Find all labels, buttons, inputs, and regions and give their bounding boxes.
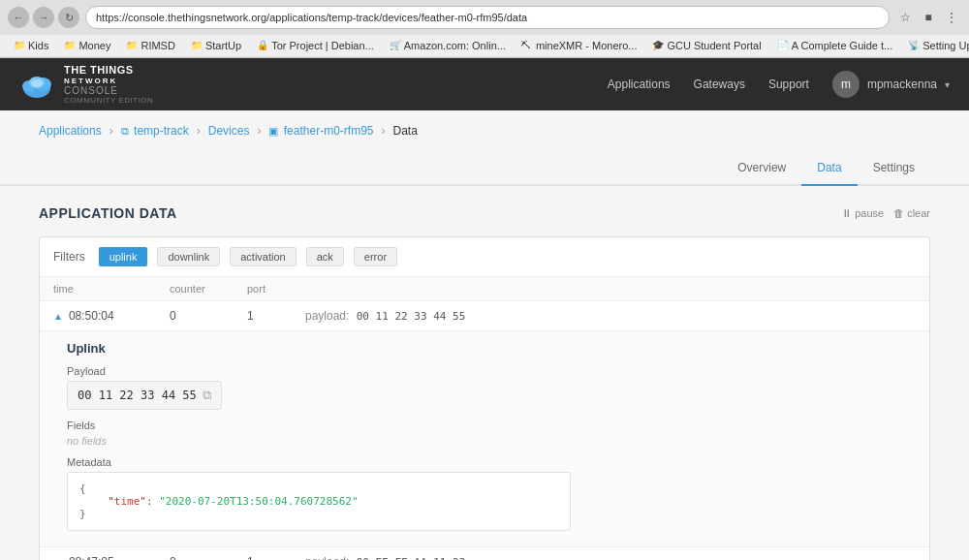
message-payload-preview-1: payload: 00 11 22 33 44 55 [305,309,916,323]
filter-ack[interactable]: ack [306,247,344,266]
avatar-initial: m [841,78,851,91]
metadata-brace-open-1: { [79,482,86,495]
tab-settings[interactable]: Settings [858,151,930,186]
bookmark-amazon-label: Amazon.com: Onlin... [404,40,506,51]
browser-chrome: ← → ↻ https://console.thethingsnetwork.o… [0,0,969,58]
copy-payload-button-1[interactable]: ⧉ [203,388,211,403]
section-header: APPLICATION DATA ⏸ pause 🗑 clear [39,205,930,221]
breadcrumb-device-name[interactable]: ▣ feather-m0-rfm95 [268,124,373,138]
bookmark-gcu[interactable]: 🎓 GCU Student Portal [646,38,766,53]
nav-support[interactable]: Support [768,78,809,91]
message-time-1: ▲ 08:50:04 [53,309,170,323]
tab-bar: Overview Data Settings [0,151,969,186]
payload-label-1: payload: [305,309,349,323]
filters-row: Filters uplink downlink activation ack e… [40,237,929,277]
browser-nav-buttons: ← → ↻ [8,7,79,28]
bookmark-money[interactable]: 📁 Money [58,38,116,53]
message-port-2: 1 [247,555,305,560]
app-icon: ⧉ [121,125,129,137]
bookmark-minexmr-label: mineXMR - Monero... [536,40,638,51]
message-detail-1: Uplink Payload 00 11 22 33 44 55 ⧉ Field… [40,330,929,546]
breadcrumb-applications[interactable]: Applications [39,124,102,138]
breadcrumb-sep-4: › [381,124,385,138]
username-label: mpmackenna [867,78,937,91]
bookmark-amazon[interactable]: 🛒 Amazon.com: Onlin... [384,38,512,53]
browser-actions: ☆ ■ ⋮ [895,8,961,27]
bookmark-kids[interactable]: 📁 Kids [8,38,54,53]
tab-data[interactable]: Data [801,151,857,186]
bookmark-startup-icon: 📁 [191,40,203,51]
bookmark-amazon-icon: 🛒 [390,40,401,51]
menu-button[interactable]: ⋮ [942,8,961,27]
bookmark-guide-label: A Complete Guide t... [792,40,893,51]
filters-label: Filters [53,250,85,264]
breadcrumb-temp-track: temp-track [134,124,189,138]
time-value-1: 08:50:04 [69,309,114,323]
message-time-2: ▲ 08:47:05 [53,555,170,560]
bookmark-rimsd[interactable]: 📁 RIMSD [120,38,180,53]
bookmark-star-button[interactable]: ☆ [895,8,915,27]
filter-uplink[interactable]: uplink [99,247,148,266]
bookmark-tor[interactable]: 🔒 Tor Project | Debian... [251,38,380,53]
browser-toolbar: ← → ↻ https://console.thethingsnetwork.o… [0,0,969,35]
breadcrumb-app-name[interactable]: ⧉ temp-track [121,124,189,138]
bookmark-guide-icon: 📄 [777,40,789,51]
logo-subtitle: CONSOLE [64,85,153,96]
clear-button[interactable]: 🗑 clear [893,207,930,219]
section-title: APPLICATION DATA [39,205,177,221]
bookmark-minexmr-icon: ⛏ [521,40,533,51]
filter-error[interactable]: error [354,247,397,266]
ttn-logo: THE THINGS NETWORK CONSOLE COMMUNITY EDI… [19,64,153,106]
bookmark-startup[interactable]: 📁 StartUp [185,38,247,53]
clear-icon: 🗑 [893,207,904,219]
url-bar[interactable]: https://console.thethingsnetwork.org/app… [85,6,890,29]
breadcrumb-current: Data [392,124,417,138]
bookmark-minexmr[interactable]: ⛏ mineXMR - Monero... [516,38,643,53]
time-value-2: 08:47:05 [69,555,114,560]
forward-button[interactable]: → [33,7,54,28]
data-scroll[interactable]: ▲ 08:50:04 0 1 payload: 00 11 22 33 44 5… [40,301,929,560]
breadcrumb-devices[interactable]: Devices [208,124,250,138]
expand-icon-1: ▲ [53,311,63,322]
col-time: time [53,283,170,295]
payload-label-2: payload: [305,555,349,560]
ttn-nav: Applications Gateways Support m mpmacken… [608,71,950,98]
bookmark-lora-icon: 📡 [908,40,920,51]
message-summary-1[interactable]: ▲ 08:50:04 0 1 payload: 00 11 22 33 44 5… [40,301,929,330]
tab-overview[interactable]: Overview [722,151,801,186]
bookmark-lora[interactable]: 📡 Setting Up a LoRa... [902,38,969,53]
payload-hex-1: 00 11 22 33 44 55 [357,310,466,323]
bookmark-guide[interactable]: 📄 A Complete Guide t... [771,38,899,53]
message-summary-2[interactable]: ▲ 08:47:05 0 1 payload: 00 EE FF AA 11 2… [40,547,929,560]
breadcrumb-feather: feather-m0-rfm95 [284,124,374,138]
clear-label: clear [907,207,930,219]
payload-box-value-1: 00 11 22 33 44 55 [78,389,197,402]
bookmark-gcu-icon: 🎓 [652,40,664,51]
metadata-key-1: "time": "2020-07-20T13:50:04.760728562" [79,495,359,508]
back-button[interactable]: ← [8,7,29,28]
col-counter: counter [170,283,247,295]
bookmark-startup-label: StartUp [205,40,241,51]
ttn-logo-text: THE THINGS NETWORK CONSOLE COMMUNITY EDI… [64,64,153,106]
filter-activation[interactable]: activation [230,247,296,266]
filter-downlink[interactable]: downlink [157,247,220,266]
ttn-header: THE THINGS NETWORK CONSOLE COMMUNITY EDI… [0,58,969,110]
breadcrumb-sep-1: › [109,124,113,138]
logo-title-line1: THE THINGS [64,64,153,77]
bookmark-rimsd-label: RIMSD [141,40,174,51]
breadcrumb-sep-2: › [197,124,201,138]
bookmarks-bar: 📁 Kids 📁 Money 📁 RIMSD 📁 StartUp 🔒 Tor P… [0,35,969,57]
bookmark-rimsd-icon: 📁 [126,40,138,51]
detail-type-1: Uplink [67,341,910,356]
user-avatar: m [832,71,860,98]
ttn-user[interactable]: m mpmackenna ▾ [832,71,950,98]
bookmark-money-icon: 📁 [64,40,76,51]
message-payload-preview-2: payload: 00 EE FF AA 11 22 [305,555,916,560]
reload-button[interactable]: ↻ [58,7,79,28]
logo-title-line2: NETWORK [64,77,153,86]
nav-gateways[interactable]: Gateways [694,78,745,91]
extension-button[interactable]: ■ [919,8,938,27]
breadcrumb-sep-3: › [257,124,261,138]
pause-button[interactable]: ⏸ pause [841,207,884,219]
nav-applications[interactable]: Applications [608,78,671,91]
